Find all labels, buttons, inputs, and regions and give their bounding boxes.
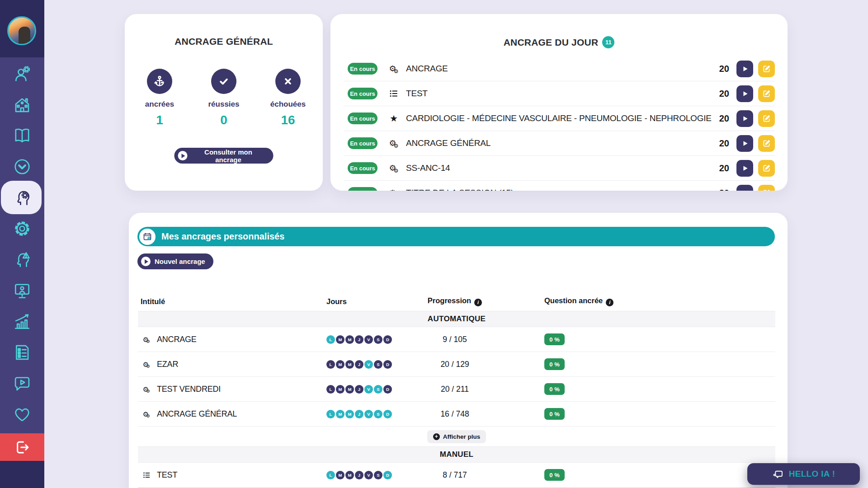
chevron-down-icon bbox=[13, 157, 32, 176]
day-pill: M bbox=[345, 335, 354, 344]
play-button[interactable] bbox=[736, 185, 753, 191]
day-pill: M bbox=[345, 410, 354, 418]
row-title-cell: ⚙⚙ ANCRAGE bbox=[138, 335, 324, 344]
anchor-general-stats: ancrées 1 réussies 0 échouées 16 bbox=[125, 69, 323, 127]
session-row[interactable]: En cours ⚙⚙ ★ CARDIOLOGIE - MÉDECINE VAS… bbox=[344, 106, 775, 131]
day-pill: V bbox=[364, 471, 373, 479]
school-icon bbox=[13, 95, 32, 114]
day-pill: S bbox=[374, 471, 382, 479]
table-row[interactable]: ⚙⚙ TEST LMMJVSD 8 / 717 0 % bbox=[138, 463, 775, 488]
anchored-badge: 0 % bbox=[544, 383, 565, 395]
sidebar-item-settings[interactable] bbox=[0, 216, 44, 242]
progression-value: 20 / 129 bbox=[405, 360, 505, 369]
day-pill: M bbox=[345, 471, 354, 479]
sidebar-item-courses[interactable] bbox=[0, 122, 44, 149]
day-pill: J bbox=[355, 385, 363, 394]
day-pill: M bbox=[336, 335, 344, 344]
session-title: TITRE DE LA SESSION (15) bbox=[406, 188, 719, 191]
sidebar-item-ancrage[interactable] bbox=[0, 184, 44, 211]
sidebar-item-school[interactable] bbox=[0, 92, 44, 118]
play-button[interactable] bbox=[736, 85, 753, 102]
session-count: 20 bbox=[719, 89, 729, 99]
show-more-button[interactable]: +Afficher plus bbox=[427, 430, 486, 443]
status-badge: En cours bbox=[348, 162, 377, 174]
header-jours: Jours bbox=[324, 297, 405, 306]
sidebar-item-profile[interactable] bbox=[0, 61, 44, 87]
hello-ia-label: HELLO IA ! bbox=[789, 469, 835, 479]
consult-anchor-label: Consulter mon ancrage bbox=[192, 148, 265, 164]
session-row[interactable]: En cours ⚙⚙ ★ SS-ANC-14 20 bbox=[344, 156, 775, 181]
list-icon bbox=[141, 471, 152, 479]
status-badge: En cours bbox=[348, 88, 377, 99]
sidebar-item-quiz[interactable] bbox=[0, 339, 44, 366]
edit-button[interactable] bbox=[758, 160, 775, 177]
day-pills: LMMJVSD bbox=[324, 471, 405, 479]
anchored-cell: 0 % bbox=[505, 408, 775, 420]
table-row[interactable]: ⚙⚙ TEST VENDREDI LMMJVSD 20 / 211 0 % bbox=[138, 377, 775, 402]
edit-button[interactable] bbox=[758, 110, 775, 127]
edit-button[interactable] bbox=[758, 185, 775, 191]
anchor-day-header: ANCRAGE DU JOUR 11 bbox=[330, 36, 788, 48]
sidebar-item-videos[interactable] bbox=[0, 370, 44, 396]
sidebar-item-logout[interactable] bbox=[0, 433, 44, 461]
edit-button[interactable] bbox=[758, 85, 775, 102]
info-icon[interactable]: i bbox=[606, 299, 613, 306]
session-count: 20 bbox=[719, 113, 729, 124]
stat-value: 0 bbox=[220, 113, 227, 127]
session-row[interactable]: En cours ⚙⚙ ★ ANCRAGE 20 bbox=[344, 56, 775, 81]
day-pills: LMMJVSD bbox=[324, 410, 405, 418]
head-alert-icon bbox=[13, 250, 32, 269]
play-button[interactable] bbox=[736, 61, 753, 77]
play-button[interactable] bbox=[736, 110, 753, 127]
table-row[interactable]: ⚙⚙ ANCRAGE GÉNÉRAL LMMJVSD 16 / 748 0 % bbox=[138, 402, 775, 427]
table-row[interactable]: ⚙⚙ ANCRAGE LMMJVSD 9 / 105 0 % bbox=[138, 327, 775, 352]
edit-button[interactable] bbox=[758, 61, 775, 77]
status-badge: En cours bbox=[348, 113, 377, 124]
row-title: TEST VENDREDI bbox=[157, 385, 221, 394]
gears-icon: ⚙⚙ bbox=[387, 138, 401, 149]
play-button[interactable] bbox=[736, 160, 753, 177]
avatar[interactable] bbox=[7, 16, 36, 45]
row-title-cell: ⚙⚙ EZAR bbox=[138, 360, 324, 369]
session-row[interactable]: En cours ⚙⚙ ★ TITRE DE LA SESSION (15) 2… bbox=[344, 181, 775, 191]
gears-icon: ⚙⚙ bbox=[141, 410, 152, 418]
anchored-badge: 0 % bbox=[544, 358, 565, 370]
new-anchor-button[interactable]: Nouvel ancrage bbox=[137, 253, 213, 269]
day-pill: V bbox=[364, 385, 373, 394]
heart-icon bbox=[13, 405, 32, 424]
app: ANCRAGE GÉNÉRAL ancrées 1 réussies 0 bbox=[0, 0, 868, 488]
gears-icon: ⚙⚙ bbox=[387, 64, 401, 74]
sidebar-item-stats[interactable] bbox=[0, 308, 44, 334]
sidebar bbox=[0, 0, 44, 488]
stat-label: échouées bbox=[270, 100, 306, 109]
day-pill: M bbox=[336, 360, 344, 369]
day-pill: L bbox=[326, 360, 335, 369]
stat-value: 1 bbox=[156, 113, 163, 127]
sidebar-item-favorites[interactable] bbox=[0, 401, 44, 427]
consult-anchor-button[interactable]: Consulter mon ancrage bbox=[175, 148, 274, 164]
day-pill: V bbox=[364, 410, 373, 418]
hello-ia-button[interactable]: HELLO IA ! bbox=[747, 463, 860, 485]
session-row[interactable]: En cours ⚙⚙ ★ ANCRAGE GÉNÉRAL 20 bbox=[344, 131, 775, 156]
edit-button[interactable] bbox=[758, 135, 775, 152]
sidebar-item-alerts[interactable] bbox=[0, 246, 44, 272]
info-icon[interactable]: i bbox=[474, 299, 482, 306]
day-pills: LMMJVSD bbox=[324, 385, 405, 394]
status-badge: En cours bbox=[348, 187, 377, 191]
table-row[interactable]: ⚙⚙ EZAR LMMJVSD 20 / 129 0 % bbox=[138, 352, 775, 377]
stat-value: 16 bbox=[281, 113, 295, 127]
sidebar-item-expand[interactable] bbox=[0, 154, 44, 180]
day-pills: LMMJVSD bbox=[324, 335, 405, 344]
day-pill: V bbox=[364, 360, 373, 369]
play-button[interactable] bbox=[736, 135, 753, 152]
gears-icon: ⚙⚙ bbox=[141, 335, 152, 344]
day-pill: D bbox=[383, 385, 392, 394]
table-header: Intitulé Jours Progressioni Question anc… bbox=[138, 292, 775, 311]
screen-user-icon bbox=[13, 281, 32, 300]
sidebar-item-webinars[interactable] bbox=[0, 277, 44, 304]
new-anchor-label: Nouvel ancrage bbox=[155, 258, 205, 265]
personal-anchors-card: Mes ancrages personnalisés Nouvel ancrag… bbox=[129, 213, 788, 488]
session-row[interactable]: En cours ⚙⚙ ★ TEST 20 bbox=[344, 81, 775, 106]
day-pill: L bbox=[326, 471, 335, 479]
anchored-badge: 0 % bbox=[544, 408, 565, 420]
